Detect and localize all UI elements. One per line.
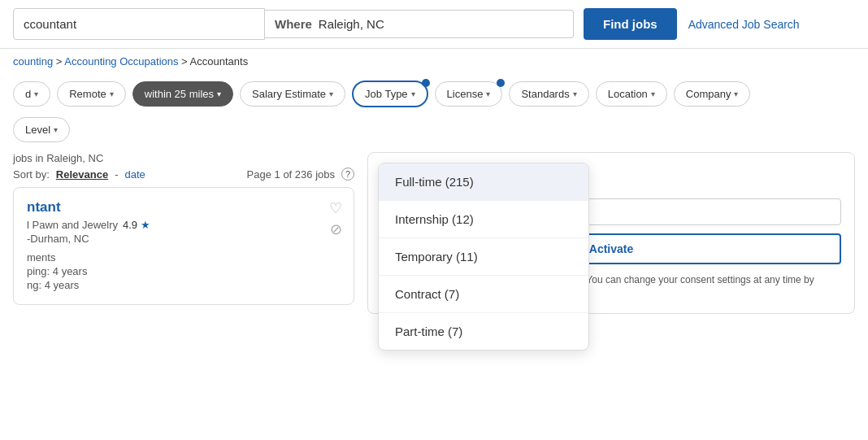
filter-salary-button[interactable]: Salary Estimate ▾ [240,81,345,107]
job-type-dot [422,79,430,87]
filter-standards-label: Standards [521,88,569,100]
jobs-header: jobs in Raleigh, NC [13,146,354,168]
location-input-wrap: Where [265,10,574,38]
sort-dash: - [115,168,118,181]
search-bar: Where Find jobs Advanced Job Search [0,0,868,49]
filter-license-label: License [447,88,484,100]
filter-date-button[interactable]: d ▾ [13,81,50,107]
sort-line: Sort by: Relevance - date Page 1 of 236 … [13,168,354,187]
filter-jobtype-label: Job Type [365,88,408,100]
dropdown-item-fulltime[interactable]: Full-time (215) [379,163,588,201]
chevron-down-icon: ▾ [573,89,577,98]
dropdown-item-parttime-label: Part-time (7) [395,325,462,338]
filter-license-button[interactable]: License ▾ [435,81,503,107]
save-job-button[interactable]: ♡ [329,199,342,217]
breadcrumb-sep1: > [56,55,65,68]
job-list-panel: jobs in Raleigh, NC Sort by: Relevance -… [13,146,354,314]
filter-remote-label: Remote [69,88,106,100]
dropdown-item-temporary[interactable]: Temporary (11) [379,238,588,276]
company-rating: 4.9 ★ [123,219,150,231]
filter-company-label: Company [686,88,731,100]
where-label: Where [275,17,312,31]
filter-date-label: d [25,88,31,100]
license-dot [497,79,505,87]
dropdown-item-internship[interactable]: Internship (12) [379,201,588,238]
filter-level-button[interactable]: Level ▾ [13,117,70,142]
filter-location-button[interactable]: Location ▾ [596,81,667,107]
breadcrumb: counting > Accounting Occupations > Acco… [0,49,868,74]
job-type-dropdown: Full-time (215) Internship (12) Temporar… [378,163,589,351]
dropdown-item-contract[interactable]: Contract (7) [379,276,588,313]
company-name[interactable]: l Pawn and Jewelry [27,219,118,231]
chevron-down-icon: ▾ [411,89,415,98]
chevron-down-icon: ▾ [217,89,221,98]
location-input[interactable] [319,17,563,31]
filter-bar: d ▾ Remote ▾ within 25 miles ▾ Salary Es… [0,74,868,114]
dropdown-item-fulltime-label: Full-time (215) [395,175,474,189]
filter-location-label: Location [608,88,648,100]
page-count-text: Page 1 of 236 jobs [247,168,335,181]
chevron-down-icon: ▾ [34,89,38,98]
jobs-location-text: jobs in Raleigh, NC [13,152,103,164]
filter-within-label: within 25 miles [145,88,214,100]
breadcrumb-current: Accountants [190,55,249,68]
job-title[interactable]: ntant [27,199,341,216]
chevron-down-icon: ▾ [734,89,738,98]
job-desc-2: ng: 4 years [27,279,341,291]
advanced-search-link[interactable]: Advanced Job Search [688,18,800,31]
job-card: ntant l Pawn and Jewelry 4.9 ★ -Durham, … [13,187,354,305]
chevron-down-icon: ▾ [110,89,114,98]
filter-company-button[interactable]: Company ▾ [674,81,751,107]
filter-remote-button[interactable]: Remote ▾ [57,81,126,107]
rating-value: 4.9 [123,219,137,231]
chevron-down-icon: ▾ [651,89,655,98]
dropdown-item-parttime[interactable]: Part-time (7) [379,313,588,350]
job-location: -Durham, NC [27,233,341,245]
search-input[interactable] [13,8,265,40]
star-icon: ★ [141,219,150,231]
company-line: l Pawn and Jewelry 4.9 ★ [27,219,341,231]
chevron-down-icon: ▾ [486,89,490,98]
breadcrumb-link-accounting[interactable]: counting [13,55,53,68]
dropdown-item-internship-label: Internship (12) [395,212,474,226]
filter-bar-2: Level ▾ [0,114,868,146]
sort-relevance-link[interactable]: Relevance [56,168,108,181]
sort-date-link[interactable]: date [124,168,145,181]
chevron-down-icon: ▾ [54,125,58,134]
filter-standards-button[interactable]: Standards ▾ [509,81,588,107]
filter-salary-label: Salary Estimate [252,88,326,100]
find-jobs-button[interactable]: Find jobs [584,8,677,40]
chevron-down-icon: ▾ [329,89,333,98]
breadcrumb-link-occupations[interactable]: Accounting Occupations [64,55,178,68]
breadcrumb-sep2: > [181,55,190,68]
job-desc-title: ments [27,251,341,264]
filter-jobtype-button[interactable]: Job Type ▾ [352,81,428,107]
sort-by-label: Sort by: [13,168,50,181]
job-desc-1: ping: 4 years [27,265,341,277]
help-icon[interactable]: ? [341,168,354,181]
dropdown-item-contract-label: Contract (7) [395,287,459,301]
filter-level-label: Level [25,124,50,136]
filter-within-button[interactable]: within 25 miles ▾ [132,81,233,107]
job-description: ments ping: 4 years ng: 4 years [27,251,341,291]
dropdown-item-temporary-label: Temporary (11) [395,250,478,264]
hide-job-button[interactable]: ⊘ [330,220,342,238]
